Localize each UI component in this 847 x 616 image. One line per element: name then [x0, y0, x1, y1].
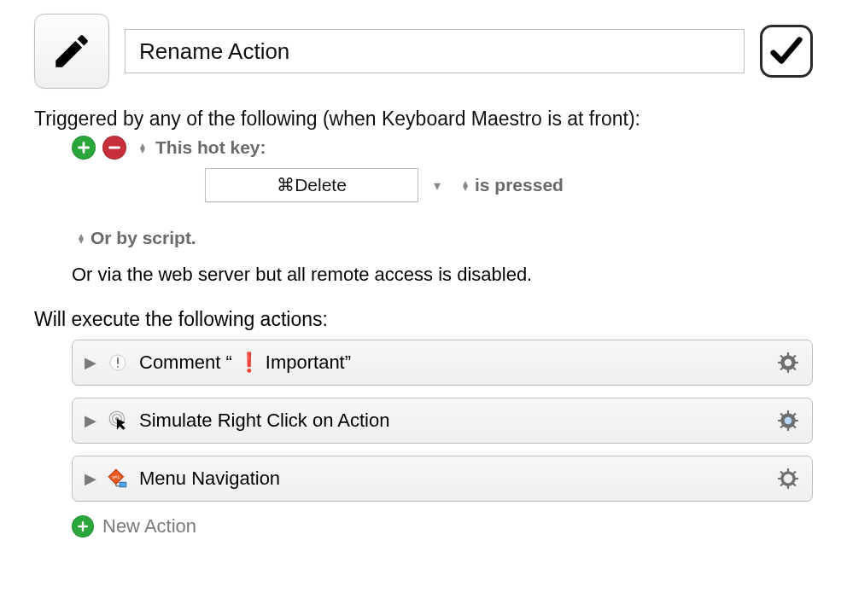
gear-icon[interactable] [776, 351, 800, 375]
svg-point-27 [785, 417, 792, 425]
disclosure-triangle-icon[interactable]: ▶ [85, 411, 96, 430]
macro-enabled-checkbox[interactable] [760, 25, 813, 78]
hotkey-display: ⌘Delete [277, 175, 347, 195]
action-title: Menu Navigation [139, 468, 768, 490]
svg-rect-22 [795, 420, 798, 421]
plus-icon [78, 521, 88, 532]
plus-icon [78, 142, 90, 154]
updown-icon[interactable]: ▴▾ [140, 142, 145, 153]
checkmark-icon [767, 32, 806, 71]
hotkey-field[interactable]: ⌘Delete [205, 168, 418, 202]
disclosure-triangle-icon[interactable]: ▶ [85, 353, 96, 372]
svg-rect-1 [117, 357, 119, 364]
svg-rect-36 [787, 468, 789, 472]
add-trigger-button[interactable] [72, 136, 96, 160]
action-row[interactable]: ▶ Comment “ ❗ Important” [72, 340, 813, 386]
macro-name-input[interactable] [125, 29, 745, 73]
svg-text:x=1: x=1 [112, 474, 120, 479]
trigger-intro-text: Triggered by any of the following (when … [34, 108, 813, 131]
gear-icon[interactable] [776, 409, 800, 433]
svg-rect-38 [778, 478, 781, 479]
will-execute-label: Will execute the following actions: [34, 308, 813, 331]
svg-point-44 [784, 474, 793, 484]
chevron-down-icon[interactable]: ▾ [434, 177, 441, 194]
svg-rect-7 [795, 362, 798, 363]
add-action-button[interactable] [72, 515, 94, 538]
svg-point-12 [785, 359, 792, 367]
action-row[interactable]: ▶ x=1 Menu Navigation [72, 456, 813, 502]
action-row[interactable]: ▶ Simulate Right Click on Action [72, 398, 813, 444]
trigger-type-label[interactable]: This hot key: [155, 137, 266, 158]
trigger-condition-label[interactable]: is pressed [475, 175, 564, 195]
svg-rect-5 [787, 369, 789, 373]
remove-trigger-button[interactable] [102, 136, 126, 160]
exclamation-icon: ❗ [237, 352, 260, 374]
svg-rect-6 [778, 362, 781, 363]
svg-rect-20 [787, 427, 789, 431]
cursor-target-icon [105, 408, 131, 433]
new-action-label[interactable]: New Action [102, 515, 196, 538]
comment-icon [105, 350, 131, 375]
svg-rect-4 [787, 352, 789, 356]
pencil-icon [50, 30, 93, 73]
flow-diamond-icon: x=1 [105, 466, 131, 491]
gear-clock-icon[interactable] [776, 467, 800, 491]
updown-icon[interactable]: ▴▾ [79, 233, 84, 243]
svg-rect-32 [120, 482, 126, 486]
disclosure-triangle-icon[interactable]: ▶ [85, 469, 96, 488]
or-by-script-label[interactable]: Or by script. [91, 228, 196, 248]
svg-rect-37 [787, 485, 789, 489]
minus-icon [108, 142, 120, 154]
updown-icon[interactable]: ▴▾ [463, 180, 468, 190]
svg-rect-39 [795, 478, 798, 479]
svg-rect-2 [117, 366, 119, 368]
svg-rect-19 [787, 410, 789, 414]
action-title: Simulate Right Click on Action [139, 410, 768, 432]
web-server-note: Or via the web server but all remote acc… [34, 264, 813, 286]
macro-icon-button[interactable] [34, 14, 109, 89]
action-title: Comment “ ❗ Important” [139, 352, 768, 374]
svg-rect-21 [778, 420, 781, 421]
